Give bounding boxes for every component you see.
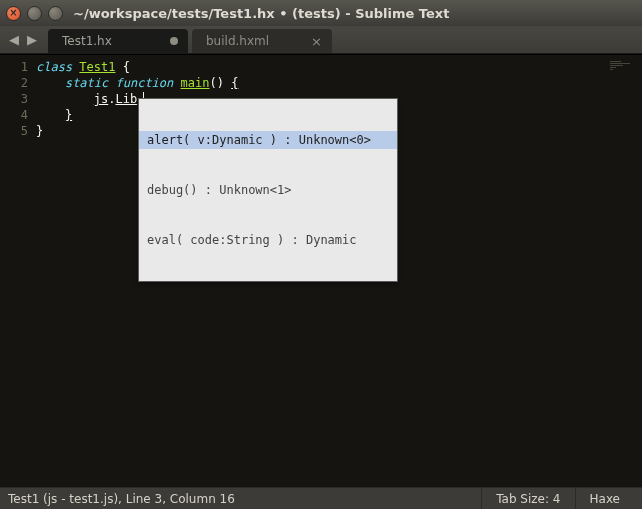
- token-keyword: static: [65, 76, 108, 90]
- tab-build[interactable]: build.hxml ×: [192, 29, 332, 53]
- token: [108, 76, 115, 90]
- autocomplete-item[interactable]: alert( v:Dynamic ) : Unknown<0>: [139, 131, 397, 149]
- token-keyword: function: [116, 76, 174, 90]
- token: }: [65, 108, 72, 122]
- tab-label: build.hxml: [206, 34, 269, 48]
- status-bar: Test1 (js - test1.js), Line 3, Column 16…: [0, 487, 642, 509]
- tab-bar: ◀ ▶ Test1.hx build.hxml ×: [0, 26, 642, 54]
- nav-back-icon[interactable]: ◀: [6, 32, 22, 48]
- line-number-gutter: 1 2 3 4 5: [0, 55, 36, 487]
- minimap-viewport: [610, 61, 638, 81]
- tab-close-icon[interactable]: ×: [311, 34, 322, 49]
- line-number: 2: [0, 75, 28, 91]
- window-minimize-button[interactable]: [27, 6, 42, 21]
- minimap[interactable]: [604, 55, 642, 487]
- tab-test1[interactable]: Test1.hx: [48, 29, 188, 53]
- title-bar: × ~/workspace/tests/Test1.hx • (tests) -…: [0, 0, 642, 26]
- tab-label: Test1.hx: [62, 34, 112, 48]
- autocomplete-popup[interactable]: alert( v:Dynamic ) : Unknown<0> debug() …: [138, 98, 398, 282]
- token: }: [36, 124, 43, 138]
- line-number: 4: [0, 107, 28, 123]
- token-funcname: main: [181, 76, 210, 90]
- token: Lib: [115, 92, 137, 106]
- line-number: 3: [0, 91, 28, 107]
- token: (): [209, 76, 223, 90]
- window-close-button[interactable]: ×: [6, 6, 21, 21]
- autocomplete-item[interactable]: eval( code:String ) : Dynamic: [139, 231, 397, 249]
- line-number: 5: [0, 123, 28, 139]
- status-position[interactable]: Test1 (js - test1.js), Line 3, Column 16: [8, 488, 249, 509]
- token: [36, 92, 94, 106]
- window-maximize-button[interactable]: [48, 6, 63, 21]
- code-content[interactable]: class Test1 { static function main() { j…: [36, 55, 604, 487]
- status-syntax[interactable]: Haxe: [575, 488, 635, 509]
- token: {: [231, 76, 238, 90]
- status-tab-size[interactable]: Tab Size: 4: [481, 488, 574, 509]
- token-keyword: class: [36, 60, 72, 74]
- editor-area[interactable]: 1 2 3 4 5 class Test1 { static function …: [0, 54, 642, 487]
- token-classname: Test1: [79, 60, 115, 74]
- token: [36, 108, 65, 122]
- window-title: ~/workspace/tests/Test1.hx • (tests) - S…: [73, 6, 449, 21]
- token: {: [115, 60, 129, 74]
- dirty-indicator-icon: [170, 37, 178, 45]
- nav-forward-icon[interactable]: ▶: [24, 32, 40, 48]
- line-number: 1: [0, 59, 28, 75]
- token: js: [94, 92, 108, 106]
- autocomplete-item[interactable]: debug() : Unknown<1>: [139, 181, 397, 199]
- token: [173, 76, 180, 90]
- token: [36, 76, 65, 90]
